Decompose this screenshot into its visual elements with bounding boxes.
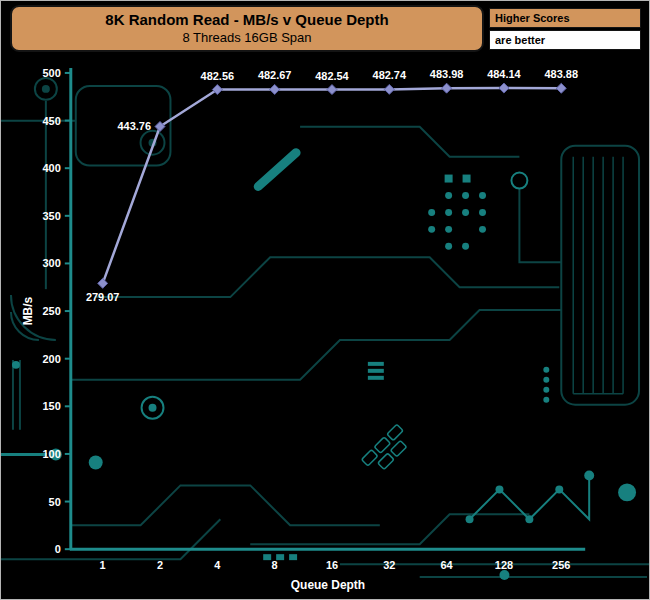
chart-title: 8K Random Read - MB/s v Queue Depth [105,11,388,30]
y-tick-label: 450 [43,115,61,127]
data-point-marker [98,278,108,288]
x-axis-title: Queue Depth [291,578,365,592]
chart-header: 8K Random Read - MB/s v Queue Depth 8 Th… [1,1,649,57]
y-tick-label: 500 [43,67,61,79]
y-tick-label: 150 [43,400,61,412]
chart-subtitle: 8 Threads 16GB Span [182,30,311,46]
data-point-marker [327,85,337,95]
y-axis-title: MB/s [21,296,35,325]
data-point-label: 279.07 [86,291,120,303]
x-tick-label: 64 [441,559,454,571]
data-point-marker [270,84,280,94]
y-tick-label: 50 [49,496,61,508]
x-tick-label: 16 [326,559,338,571]
x-tick-label: 2 [157,559,163,571]
data-point-label: 483.88 [545,68,579,80]
x-tick-label: 4 [214,559,221,571]
chart-area: 0501001502002503003504004505001248163264… [1,57,649,599]
score-note-heading: Higher Scores [489,8,641,28]
title-box: 8K Random Read - MB/s v Queue Depth 8 Th… [10,5,484,52]
data-point-label: 482.74 [373,69,407,81]
series-line [103,88,562,283]
y-tick-label: 200 [43,353,61,365]
x-tick-label: 256 [552,559,570,571]
y-tick-label: 250 [43,305,61,317]
data-point-marker [442,83,452,93]
data-point-marker [499,83,509,93]
data-point-marker [384,84,394,94]
y-tick-label: 400 [43,162,61,174]
data-point-label: 483.98 [430,68,464,80]
x-tick-label: 8 [272,559,278,571]
line-chart-plot: 0501001502002503003504004505001248163264… [1,57,649,599]
y-tick-label: 100 [43,448,61,460]
data-point-label: 482.56 [201,70,235,82]
score-note: Higher Scores are better [489,8,641,50]
data-point-label: 482.67 [258,69,292,81]
y-tick-label: 0 [55,543,61,555]
score-note-text: are better [489,30,641,50]
chart-page: 8K Random Read - MB/s v Queue Depth 8 Th… [0,0,650,600]
y-tick-label: 300 [43,257,61,269]
data-point-label: 482.54 [315,70,349,82]
data-point-label: 443.76 [118,120,152,132]
data-point-marker [556,83,566,93]
data-point-label: 484.14 [487,68,521,80]
x-tick-label: 1 [100,559,106,571]
y-tick-label: 350 [43,210,61,222]
x-tick-label: 128 [495,559,513,571]
x-tick-label: 32 [383,559,395,571]
